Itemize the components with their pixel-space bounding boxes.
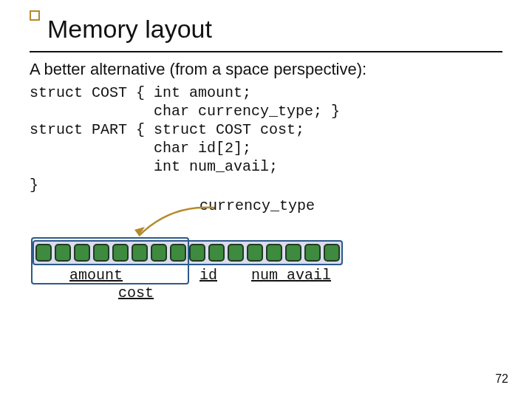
- byte-cell: [228, 244, 244, 262]
- byte-cell: [247, 244, 263, 262]
- byte-cell: [266, 244, 282, 262]
- slide: Memory layout A better alternative (from…: [0, 0, 532, 399]
- byte-cell: [170, 244, 186, 262]
- byte-cell: [35, 244, 52, 262]
- memory-diagram: currency_type: [30, 199, 347, 310]
- byte-cell: [93, 244, 109, 262]
- byte-cell: [208, 244, 225, 262]
- label-num-avail: num_avail: [251, 267, 331, 284]
- byte-cell: [112, 244, 129, 262]
- label-currency-type: currency_type: [200, 197, 315, 214]
- byte-cell: [189, 244, 205, 262]
- bullet-decor-square: [30, 10, 40, 21]
- byte-cell: [132, 244, 148, 262]
- label-cost: cost: [118, 284, 154, 301]
- byte-cell: [55, 244, 71, 262]
- byte-cell: [151, 244, 167, 262]
- byte-cell: [74, 244, 90, 262]
- byte-cell: [324, 244, 340, 262]
- label-id: id: [200, 267, 217, 284]
- byte-cell: [285, 244, 301, 262]
- slide-body: A better alternative (from a space persp…: [30, 52, 502, 310]
- byte-cell: [304, 244, 321, 262]
- code-block: struct COST { int amount; char currency_…: [30, 83, 502, 194]
- label-amount: amount: [69, 267, 123, 284]
- page-number: 72: [495, 372, 508, 386]
- lead-text: A better alternative (from a space persp…: [30, 60, 502, 79]
- slide-title: Memory layout: [30, 13, 502, 44]
- memory-bytes-row: [33, 240, 343, 265]
